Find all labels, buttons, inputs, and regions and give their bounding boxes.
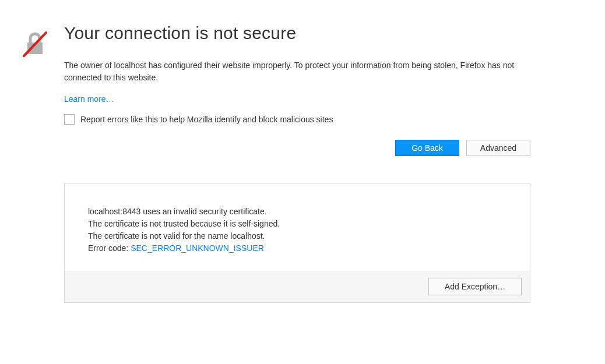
advanced-button[interactable]: Advanced — [466, 140, 530, 156]
cert-invalid-text: localhost:8443 uses an invalid security … — [88, 206, 506, 218]
page-title: Your connection is not secure — [64, 23, 530, 43]
report-errors-label[interactable]: Report errors like this to help Mozilla … — [80, 115, 333, 124]
report-errors-checkbox[interactable] — [64, 114, 75, 125]
error-code-link[interactable]: SEC_ERROR_UNKNOWN_ISSUER — [131, 243, 264, 253]
learn-more-link[interactable]: Learn more… — [64, 94, 114, 104]
advanced-details-panel: localhost:8443 uses an invalid security … — [64, 183, 530, 303]
error-code-line: Error code: SEC_ERROR_UNKNOWN_ISSUER — [88, 242, 506, 255]
go-back-button[interactable]: Go Back — [395, 140, 459, 156]
warning-body: The owner of localhost has configured th… — [64, 59, 530, 84]
cert-selfsigned-text: The certificate is not trusted because i… — [88, 218, 506, 230]
cert-name-mismatch-text: The certificate is not valid for the nam… — [88, 230, 506, 242]
insecure-lock-icon — [20, 23, 50, 60]
add-exception-button[interactable]: Add Exception… — [428, 278, 522, 295]
error-code-label: Error code: — [88, 243, 131, 253]
